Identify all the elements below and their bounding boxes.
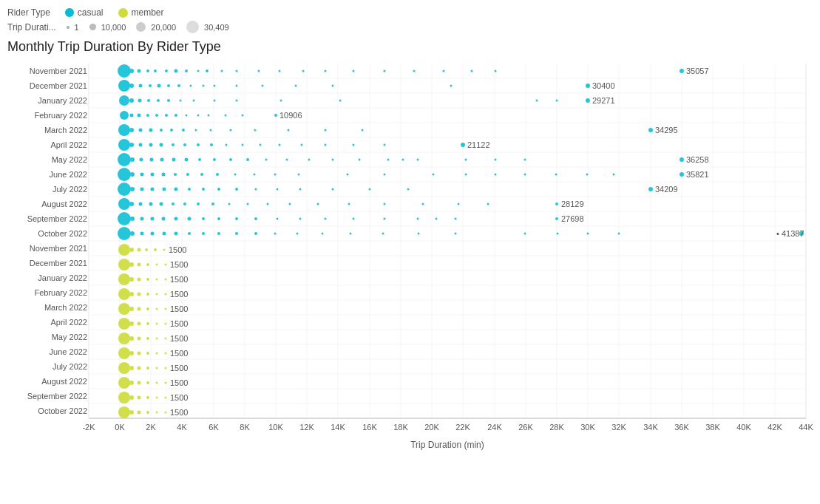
svg-point-190 [417, 159, 419, 161]
size-dot-2 [89, 24, 96, 30]
svg-point-153 [648, 128, 653, 132]
casual-dot [65, 8, 74, 17]
svg-point-122 [339, 100, 342, 102]
svg-point-236 [129, 202, 134, 206]
svg-point-219 [130, 187, 135, 191]
svg-point-266 [277, 218, 279, 220]
svg-point-95 [118, 80, 130, 92]
svg-point-163 [226, 144, 228, 146]
svg-text:26K: 26K [518, 423, 533, 432]
svg-point-248 [317, 203, 319, 205]
svg-point-188 [387, 159, 390, 161]
casual-jun2022-max: 35821 [686, 170, 709, 179]
size-dot-3 [136, 22, 146, 32]
svg-point-85 [279, 70, 281, 72]
svg-point-117 [180, 100, 182, 102]
svg-point-250 [384, 203, 386, 205]
svg-point-72 [118, 64, 131, 78]
svg-text:October 2022: October 2022 [38, 406, 87, 415]
svg-point-84 [258, 70, 260, 72]
member-jan2022-max: 1500 [170, 275, 188, 284]
svg-point-263 [217, 217, 220, 220]
svg-point-315 [165, 279, 167, 281]
svg-point-179 [198, 158, 201, 161]
svg-point-350 [156, 367, 158, 370]
svg-point-97 [139, 84, 143, 88]
svg-point-299 [129, 248, 134, 252]
chart-wrapper: November 2021 December 2021 January 2022… [7, 64, 805, 457]
svg-point-89 [384, 70, 386, 72]
svg-point-131 [165, 114, 168, 117]
svg-point-124 [556, 100, 558, 102]
member-dec2021-max: 1500 [170, 260, 188, 269]
svg-point-170 [384, 144, 386, 146]
svg-point-127 [130, 114, 134, 118]
svg-point-113 [138, 99, 142, 103]
svg-point-349 [146, 367, 149, 370]
svg-point-312 [138, 278, 141, 282]
svg-point-91 [443, 70, 445, 72]
svg-point-109 [450, 85, 453, 87]
svg-point-329 [129, 321, 134, 326]
svg-point-362 [156, 397, 158, 399]
main-chart: November 2021 December 2021 January 2022… [7, 64, 813, 455]
casual-oct2022-max: • 41387 [776, 229, 804, 238]
svg-text:November 2021: November 2021 [30, 67, 87, 75]
size-dot-1 [67, 26, 70, 29]
x-ticks: -2K 0K 2K 4K 6K 8K 10K 12K 14K 16K 18K 2… [82, 423, 813, 432]
legend-member: member [118, 7, 164, 18]
svg-point-169 [353, 144, 355, 146]
svg-point-193 [524, 159, 526, 161]
size-val-2: 10,000 [101, 23, 126, 32]
svg-point-172 [118, 153, 131, 166]
svg-point-211 [465, 174, 467, 176]
svg-point-294 [557, 233, 559, 235]
svg-point-238 [149, 202, 153, 206]
svg-text:July 2022: July 2022 [52, 185, 87, 194]
svg-point-136 [225, 115, 227, 117]
svg-point-270 [384, 218, 386, 220]
size-item-2: 10,000 [89, 23, 126, 32]
svg-point-144 [170, 129, 173, 132]
svg-point-148 [230, 129, 232, 132]
svg-point-77 [165, 69, 168, 72]
svg-point-293 [524, 233, 526, 235]
svg-point-243 [211, 202, 214, 205]
svg-point-189 [402, 159, 404, 161]
svg-point-158 [160, 143, 163, 147]
svg-point-145 [182, 129, 185, 132]
svg-point-233 [407, 188, 410, 191]
svg-text:May 2022: May 2022 [52, 155, 87, 164]
svg-point-343 [146, 352, 149, 355]
svg-point-78 [174, 69, 178, 73]
svg-text:4K: 4K [177, 423, 187, 432]
svg-point-274 [555, 217, 558, 220]
svg-point-199 [162, 173, 166, 177]
svg-point-262 [202, 217, 205, 220]
svg-point-121 [280, 100, 282, 102]
svg-point-146 [195, 129, 197, 132]
svg-point-352 [118, 377, 130, 389]
svg-point-182 [246, 158, 249, 161]
svg-point-334 [118, 333, 130, 344]
svg-text:42K: 42K [768, 423, 782, 432]
svg-point-295 [587, 233, 589, 235]
svg-point-165 [260, 144, 262, 146]
svg-point-360 [138, 396, 141, 400]
svg-point-286 [274, 233, 277, 235]
svg-point-180 [213, 158, 216, 161]
svg-point-226 [217, 188, 220, 191]
svg-point-327 [165, 308, 167, 310]
svg-point-201 [186, 173, 189, 176]
svg-point-164 [242, 144, 244, 146]
svg-point-275 [118, 227, 131, 240]
svg-point-212 [495, 174, 497, 176]
svg-text:14K: 14K [331, 423, 345, 432]
svg-point-96 [129, 84, 134, 88]
svg-point-277 [140, 232, 144, 236]
svg-point-98 [149, 84, 152, 87]
svg-point-115 [157, 99, 160, 102]
svg-point-118 [193, 100, 195, 102]
svg-point-363 [165, 397, 167, 399]
svg-point-133 [186, 115, 188, 117]
